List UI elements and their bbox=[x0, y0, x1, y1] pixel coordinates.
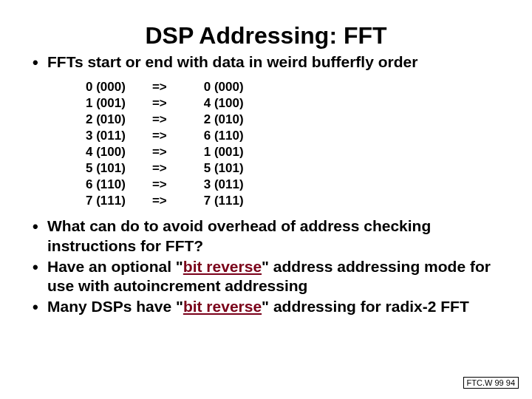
right-cell: 5 (101) bbox=[197, 160, 248, 177]
right-cell: 6 (110) bbox=[197, 128, 248, 144]
right-cell: 3 (011) bbox=[197, 177, 248, 193]
arrow-cell: => bbox=[130, 112, 197, 128]
slide: DSP Addressing: FFT FFTs start or end wi… bbox=[0, 0, 532, 399]
bullet-dsp-bitreverse: Many DSPs have "bit reverse" addressing … bbox=[30, 297, 502, 316]
table-row: 2 (010) => 2 (010) bbox=[81, 112, 248, 128]
table-row: 6 (110) => 3 (011) bbox=[81, 177, 248, 193]
table-row: 3 (011) => 6 (110) bbox=[81, 128, 248, 144]
arrow-cell: => bbox=[130, 144, 197, 160]
table-row: 1 (001) => 4 (100) bbox=[81, 95, 248, 112]
arrow-cell: => bbox=[130, 193, 197, 209]
bitreverse-term: bit reverse bbox=[183, 258, 262, 275]
left-cell: 1 (001) bbox=[81, 95, 130, 112]
arrow-cell: => bbox=[130, 177, 197, 193]
left-cell: 5 (101) bbox=[81, 160, 130, 177]
table-row: 4 (100) => 1 (001) bbox=[81, 144, 248, 160]
right-cell: 7 (111) bbox=[197, 193, 248, 209]
left-cell: 3 (011) bbox=[81, 128, 130, 144]
bullet-bitreverse-mode: Have an optional "bit reverse" address a… bbox=[30, 257, 502, 296]
bullet-list-top: FFTs start or end with data in weird buf… bbox=[30, 52, 502, 72]
text-fragment: Many DSPs have " bbox=[47, 298, 183, 315]
text-fragment: " addressing for radix-2 FFT bbox=[262, 298, 469, 315]
right-cell: 4 (100) bbox=[197, 95, 248, 112]
bitreverse-table-wrap: 0 (000) => 0 (000) 1 (001) => 4 (100) 2 … bbox=[81, 79, 502, 209]
bitreverse-term: bit reverse bbox=[183, 298, 262, 315]
left-cell: 6 (110) bbox=[81, 177, 130, 193]
table-row: 7 (111) => 7 (111) bbox=[81, 193, 248, 209]
arrow-cell: => bbox=[130, 95, 197, 112]
bullet-intro: FFTs start or end with data in weird buf… bbox=[30, 52, 502, 72]
arrow-cell: => bbox=[130, 128, 197, 144]
right-cell: 0 (000) bbox=[197, 79, 248, 95]
arrow-cell: => bbox=[130, 160, 197, 177]
table-row: 5 (101) => 5 (101) bbox=[81, 160, 248, 177]
bullet-overhead: What can do to avoid overhead of address… bbox=[30, 216, 502, 256]
slide-title: DSP Addressing: FFT bbox=[30, 22, 502, 50]
right-cell: 1 (001) bbox=[197, 144, 248, 160]
left-cell: 4 (100) bbox=[81, 144, 130, 160]
slide-footer: FTC.W 99 94 bbox=[463, 377, 519, 389]
table-row: 0 (000) => 0 (000) bbox=[81, 79, 248, 95]
bitreverse-table: 0 (000) => 0 (000) 1 (001) => 4 (100) 2 … bbox=[81, 79, 248, 209]
left-cell: 0 (000) bbox=[81, 79, 130, 95]
left-cell: 7 (111) bbox=[81, 193, 130, 209]
right-cell: 2 (010) bbox=[197, 112, 248, 128]
bullet-list-bottom: What can do to avoid overhead of address… bbox=[30, 216, 502, 316]
text-fragment: Have an optional " bbox=[47, 258, 183, 275]
arrow-cell: => bbox=[130, 79, 197, 95]
left-cell: 2 (010) bbox=[81, 112, 130, 128]
